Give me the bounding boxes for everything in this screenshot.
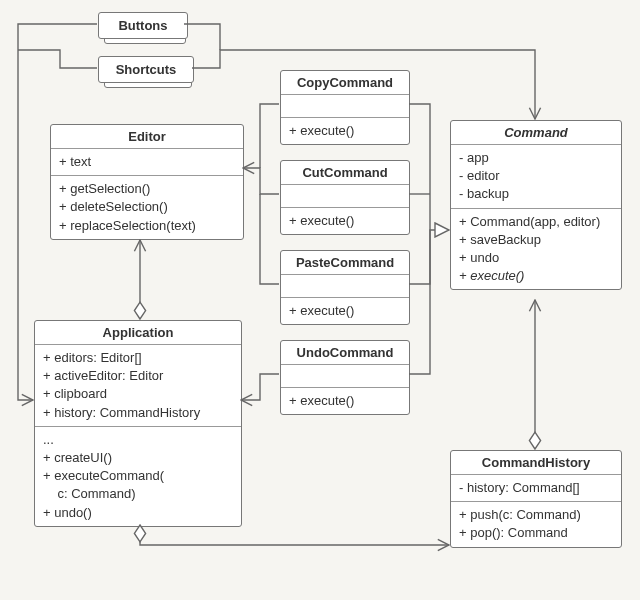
undocommand-class: UndoCommand + execute(): [280, 340, 410, 415]
commandhistory-class: CommandHistory - history: Command[] + pu…: [450, 450, 622, 548]
command-methods: + Command(app, editor) + saveBackup + un…: [451, 209, 621, 290]
application-class: Application + editors: Editor[] + active…: [34, 320, 242, 527]
editor-methods: + getSelection() + deleteSelection() + r…: [51, 176, 243, 239]
application-methods: ... + createUI() + executeCommand( c: Co…: [35, 427, 241, 526]
history-fields: - history: Command[]: [451, 475, 621, 502]
paste-title: PasteCommand: [281, 251, 409, 275]
command-class: Command - app - editor - backup + Comman…: [450, 120, 622, 290]
shortcuts-box: Shortcuts: [98, 56, 194, 83]
copy-title: CopyCommand: [281, 71, 409, 95]
history-methods: + push(c: Command) + pop(): Command: [451, 502, 621, 546]
buttons-label: Buttons: [118, 18, 167, 33]
shortcuts-label: Shortcuts: [116, 62, 177, 77]
application-title: Application: [35, 321, 241, 345]
cutcommand-class: CutCommand + execute(): [280, 160, 410, 235]
editor-class: Editor + text + getSelection() + deleteS…: [50, 124, 244, 240]
application-fields: + editors: Editor[] + activeEditor: Edit…: [35, 345, 241, 427]
buttons-box: Buttons: [98, 12, 188, 39]
command-title: Command: [451, 121, 621, 145]
editor-title: Editor: [51, 125, 243, 149]
copycommand-class: CopyCommand + execute(): [280, 70, 410, 145]
command-fields: - app - editor - backup: [451, 145, 621, 209]
undo-title: UndoCommand: [281, 341, 409, 365]
history-title: CommandHistory: [451, 451, 621, 475]
editor-fields: + text: [51, 149, 243, 176]
pastecommand-class: PasteCommand + execute(): [280, 250, 410, 325]
cut-title: CutCommand: [281, 161, 409, 185]
